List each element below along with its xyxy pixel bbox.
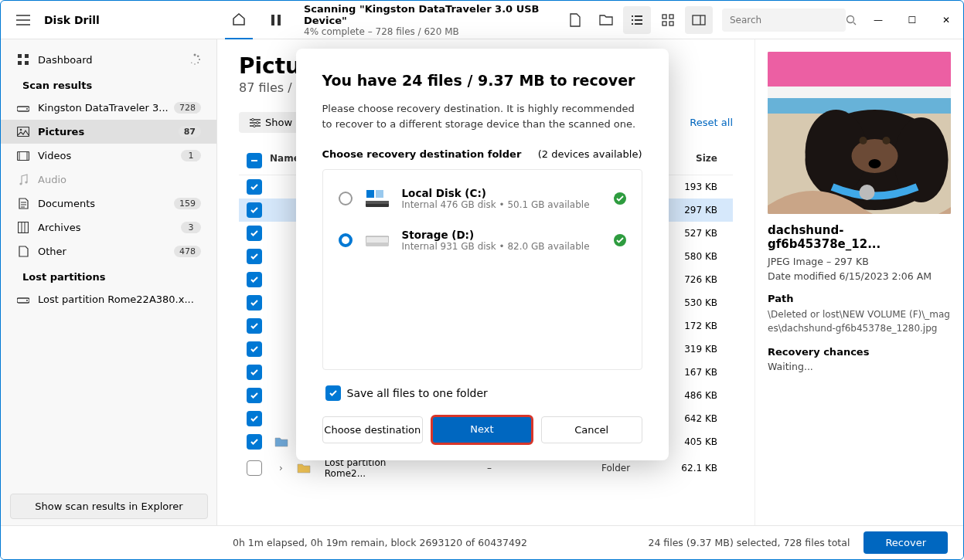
select-all-checkbox[interactable]: [247, 153, 262, 168]
row-checkbox[interactable]: [247, 179, 262, 195]
next-button[interactable]: Next: [432, 416, 532, 443]
svg-rect-29: [19, 222, 29, 233]
reset-all-link[interactable]: Reset all: [690, 117, 733, 128]
row-checkbox[interactable]: [247, 411, 262, 426]
drive-icon: [16, 104, 30, 112]
row-checkbox[interactable]: [247, 295, 262, 311]
device-row-c[interactable]: Local Disk (C:) Internal 476 GB disk • 5…: [323, 178, 642, 219]
pictures-label: Pictures: [38, 126, 84, 137]
sidebar-item-other[interactable]: Other 478: [1, 239, 216, 263]
row-checkbox[interactable]: [247, 460, 262, 476]
cancel-button[interactable]: Cancel: [541, 416, 642, 443]
row-checkbox[interactable]: [247, 202, 262, 218]
sidebar-item-documents[interactable]: Documents 159: [1, 192, 216, 216]
svg-point-46: [869, 159, 881, 168]
videos-badge: 1: [181, 150, 201, 161]
svg-point-47: [860, 185, 875, 200]
list-view-icon[interactable]: [623, 6, 651, 34]
row-checkbox[interactable]: [247, 388, 262, 403]
svg-point-17: [197, 62, 199, 63]
recovery-dialog: You have 24 files / 9.37 MB to recover P…: [296, 49, 669, 460]
device-sub: Internal 931 GB disk • 82.0 GB available: [402, 241, 601, 252]
svg-rect-0: [271, 15, 274, 25]
svg-point-33: [257, 121, 259, 124]
folder-icon[interactable]: [592, 6, 620, 34]
hamburger-icon[interactable]: [16, 15, 30, 25]
sidebar-item-device[interactable]: Kingston DataTraveler 3... 728: [1, 96, 216, 120]
preview-path: \Deleted or lost\NEW VOLUME (F)\_mages\d…: [768, 307, 951, 335]
search-input[interactable]: [730, 15, 846, 25]
svg-point-27: [19, 182, 22, 185]
row-checkbox[interactable]: [247, 318, 262, 334]
search-icon: [846, 15, 857, 25]
disk-icon: [365, 189, 390, 208]
row-size: 319 KB: [663, 344, 733, 355]
svg-rect-5: [669, 22, 673, 25]
maximize-button[interactable]: ☐: [895, 8, 929, 32]
svg-rect-53: [366, 243, 389, 246]
svg-point-34: [254, 124, 256, 127]
row-checkbox[interactable]: [247, 226, 262, 241]
svg-rect-6: [693, 15, 705, 25]
row-size: 486 KB: [663, 390, 733, 401]
row-checkbox[interactable]: [247, 272, 262, 287]
minimize-button[interactable]: —: [861, 8, 895, 32]
search-box[interactable]: [722, 8, 846, 32]
svg-point-19: [191, 63, 192, 63]
sidebar-item-pictures[interactable]: Pictures 87: [1, 120, 216, 144]
pause-button[interactable]: [262, 6, 290, 34]
sidebar-item-lost-partition[interactable]: Lost partition Rome22A380.x...: [1, 287, 216, 311]
sidebar-item-dashboard[interactable]: Dashboard: [1, 47, 216, 72]
row-size: 580 KB: [663, 251, 733, 262]
show-in-explorer-button[interactable]: Show scan results in Explorer: [10, 494, 208, 519]
svg-rect-13: [25, 61, 29, 65]
spinner-icon: [189, 53, 201, 66]
recover-button[interactable]: Recover: [864, 531, 948, 554]
grid-view-icon[interactable]: [654, 6, 682, 34]
file-icon[interactable]: [561, 6, 589, 34]
preview-image: [768, 52, 951, 214]
row-checkbox[interactable]: [247, 249, 262, 264]
svg-point-15: [197, 56, 199, 58]
sidebar-item-audio[interactable]: Audio: [1, 168, 216, 192]
documents-badge: 159: [174, 198, 201, 209]
audio-icon: [16, 174, 30, 185]
svg-rect-48: [366, 190, 374, 198]
home-button[interactable]: [225, 1, 253, 39]
row-checkbox[interactable]: [247, 341, 262, 357]
close-button[interactable]: ✕: [929, 8, 963, 32]
sidebar-section-scan: Scan results: [1, 72, 216, 96]
row-checkbox[interactable]: [247, 365, 262, 380]
row-size: 642 KB: [663, 413, 733, 424]
radio-selected[interactable]: [339, 233, 353, 247]
row-size: 405 KB: [663, 436, 733, 447]
row-size: 172 KB: [663, 321, 733, 331]
chevron-right-icon[interactable]: ›: [279, 463, 283, 473]
scan-status: Scanning "Kingston DataTraveler 3.0 USB …: [299, 3, 552, 37]
svg-point-8: [847, 15, 854, 22]
row-size: 62.1 KB: [663, 463, 733, 473]
device-name: Storage (D:): [402, 229, 601, 241]
row-checkbox[interactable]: [247, 434, 262, 450]
disk-icon: [365, 231, 390, 249]
sidebar-item-archives[interactable]: Archives 3: [1, 216, 216, 239]
document-icon: [16, 198, 30, 209]
check-icon: [614, 192, 626, 205]
save-all-checkbox[interactable]: [325, 385, 341, 401]
device-row-d[interactable]: Storage (D:) Internal 931 GB disk • 82.0…: [323, 219, 642, 261]
filter-show-button[interactable]: Show: [239, 112, 303, 133]
radio-unselected[interactable]: [339, 192, 353, 205]
save-all-label: Save all files to one folder: [347, 387, 488, 399]
sidebar: Dashboard Scan results Kingston DataTrav…: [1, 39, 217, 525]
svg-rect-49: [376, 190, 383, 198]
svg-rect-10: [18, 54, 22, 58]
svg-point-14: [194, 54, 196, 56]
device-sub: Internal 476 GB disk • 50.1 GB available: [402, 199, 601, 210]
choose-destination-button[interactable]: Choose destination: [322, 416, 424, 443]
lost-partition-label: Lost partition Rome22A380.x...: [38, 294, 194, 305]
col-size[interactable]: Size: [663, 153, 733, 168]
panel-view-icon[interactable]: [685, 6, 713, 34]
sidebar-item-videos[interactable]: Videos 1: [1, 144, 216, 168]
titlebar: Disk Drill Scanning "Kingston DataTravel…: [1, 1, 963, 39]
scan-subtitle: 4% complete – 728 files / 620 MB: [304, 26, 552, 37]
